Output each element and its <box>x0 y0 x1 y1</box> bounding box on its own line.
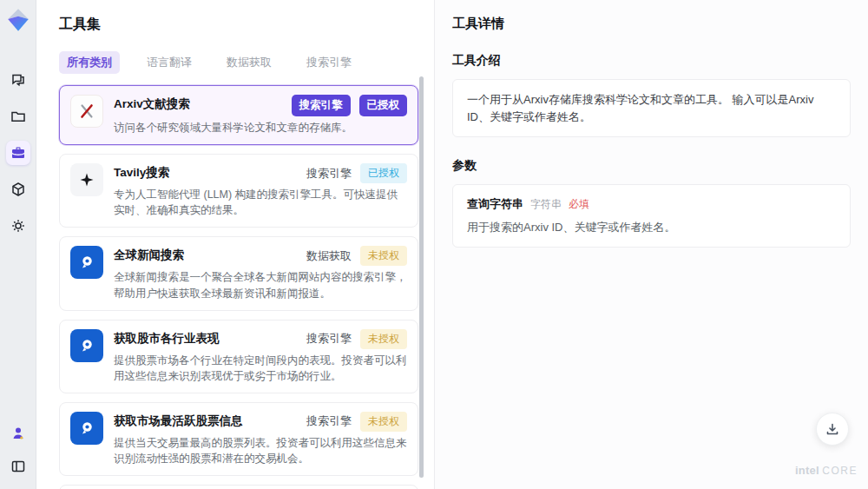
tool-name: 全球新闻搜索 <box>114 246 184 263</box>
tool-category-badge: 搜索引擎 <box>306 331 352 347</box>
search-logo-icon <box>77 336 96 355</box>
tool-auth-badge[interactable]: 已授权 <box>360 163 407 183</box>
app-window: 工具集 所有类别语言翻译数据获取搜索引擎 <box>0 0 868 489</box>
tool-auth-badge[interactable]: 未授权 <box>360 246 407 266</box>
search-logo-icon <box>77 419 96 438</box>
tool-icon <box>70 329 103 362</box>
tool-icon <box>70 246 103 279</box>
sidebar-item-models[interactable] <box>6 177 30 202</box>
tab-0[interactable]: 所有类别 <box>59 51 120 74</box>
tool-card[interactable]: 万维地区新闻查询 搜索引擎 未授权 查询具体行政区划内的新闻，快速了解各地新闻动 <box>59 485 418 489</box>
intro-text: 一个用于从Arxiv存储库搜索科学论文和文章的工具。 输入可以是Arxiv ID… <box>467 91 836 125</box>
tool-description: 提供股票市场各个行业在特定时间段内的表现。投资者可以利用这些信息来识别表现优于或… <box>114 353 407 384</box>
detail-title: 工具详情 <box>452 16 851 32</box>
page-title: 工具集 <box>59 16 434 34</box>
tool-name: 获取股市各行业表现 <box>114 329 220 347</box>
tool-description: 访问各个研究领域大量科学论文和文章的存储库。 <box>114 120 407 135</box>
search-logo-icon <box>77 253 96 272</box>
tool-detail-pane: 工具详情 工具介绍 一个用于从Arxiv存储库搜索科学论文和文章的工具。 输入可… <box>434 0 868 489</box>
sidebar-item-chat[interactable] <box>6 68 30 92</box>
tavily-star-icon <box>78 171 95 188</box>
sidebar-item-profile[interactable] <box>6 421 30 446</box>
param-required-flag: 必填 <box>569 197 589 212</box>
download-icon <box>825 421 840 437</box>
app-logo-icon <box>5 7 31 33</box>
params-section-title: 参数 <box>452 158 851 174</box>
tool-name: 获取市场最活跃股票信息 <box>114 412 243 429</box>
tool-category-badge: 搜索引擎 <box>292 95 351 116</box>
arxiv-icon <box>77 102 96 121</box>
tool-description: 专为人工智能代理 (LLM) 构建的搜索引擎工具。可快速提供实时、准确和真实的结… <box>114 187 407 218</box>
param-box: 查询字符串 字符串 必填 用于搜索的Arxiv ID、关键字或作者姓名。 <box>452 184 851 248</box>
tool-card[interactable]: 全球新闻搜索 数据获取 未授权 全球新闻搜索是一个聚合全球各大新闻网站内容的搜索… <box>59 236 418 310</box>
user-icon <box>10 425 27 442</box>
tool-description: 全球新闻搜索是一个聚合全球各大新闻网站内容的搜索引擎，帮助用户快速获取全球最新资… <box>114 269 407 301</box>
tool-description: 提供当天交易量最高的股票列表。投资者可以利用这些信息来识别流动性强的股票和潜在的… <box>114 435 407 466</box>
chat-icon <box>10 71 27 89</box>
tab-1[interactable]: 语言翻译 <box>139 51 200 74</box>
intro-box: 一个用于从Arxiv存储库搜索科学论文和文章的工具。 输入可以是Arxiv ID… <box>452 79 851 137</box>
tool-name: Arxiv文献搜索 <box>114 95 190 112</box>
tool-icon <box>70 95 103 128</box>
toolbox-icon <box>10 144 27 162</box>
tool-name: Tavily搜索 <box>114 163 169 181</box>
category-tabs: 所有类别语言翻译数据获取搜索引擎 <box>59 51 434 74</box>
tab-2[interactable]: 数据获取 <box>219 51 279 74</box>
param-type: 字符串 <box>530 197 562 212</box>
tool-auth-badge[interactable]: 已授权 <box>359 95 408 116</box>
sidebar-item-tools[interactable] <box>6 141 30 165</box>
tool-list: Arxiv文献搜索 搜索引擎 已授权 访问各个研究领域大量科学论文和文章的存储库… <box>59 85 418 489</box>
tool-icon <box>70 163 103 196</box>
tab-3[interactable]: 搜索引擎 <box>299 51 359 74</box>
icon-sidebar <box>0 0 36 489</box>
tool-list-pane: 工具集 所有类别语言翻译数据获取搜索引擎 <box>36 0 434 489</box>
intel-core-logo: intel CORE <box>795 464 858 477</box>
gear-icon <box>10 217 27 235</box>
folder-icon <box>10 108 27 125</box>
tool-auth-badge[interactable]: 未授权 <box>360 329 407 349</box>
tool-auth-badge[interactable]: 未授权 <box>360 412 407 432</box>
panel-toggle-icon <box>10 458 27 475</box>
tool-card[interactable]: Arxiv文献搜索 搜索引擎 已授权 访问各个研究领域大量科学论文和文章的存储库… <box>59 85 418 145</box>
tool-card[interactable]: Tavily搜索 搜索引擎 已授权 专为人工智能代理 (LLM) 构建的搜索引擎… <box>59 154 418 228</box>
list-scrollbar[interactable] <box>419 76 424 478</box>
tool-icon <box>70 412 103 445</box>
param-name: 查询字符串 <box>467 196 523 212</box>
tool-category-badge: 数据获取 <box>306 248 352 264</box>
sidebar-item-settings[interactable] <box>6 214 30 238</box>
intro-section-title: 工具介绍 <box>452 53 851 69</box>
param-description: 用于搜索的Arxiv ID、关键字或作者姓名。 <box>467 220 836 235</box>
tool-card[interactable]: 获取市场最活跃股票信息 搜索引擎 未授权 提供当天交易量最高的股票列表。投资者可… <box>59 402 418 476</box>
tool-card[interactable]: 获取股市各行业表现 搜索引擎 未授权 提供股票市场各个行业在特定时间段内的表现。… <box>59 320 418 393</box>
cube-icon <box>10 181 27 198</box>
sidebar-item-collapse[interactable] <box>6 454 30 479</box>
download-button[interactable] <box>816 413 849 446</box>
tool-category-badge: 搜索引擎 <box>306 166 352 182</box>
tool-category-badge: 搜索引擎 <box>306 413 352 429</box>
sidebar-item-files[interactable] <box>6 104 30 129</box>
